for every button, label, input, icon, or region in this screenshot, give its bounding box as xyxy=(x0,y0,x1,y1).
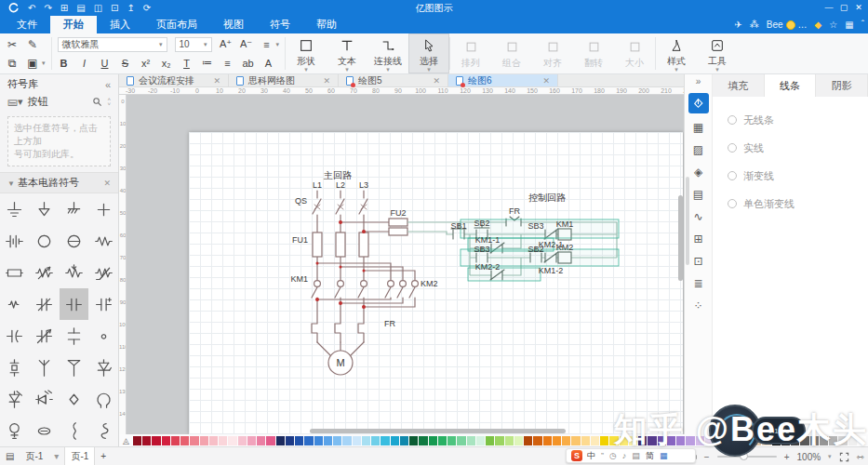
fill-style-icon[interactable] xyxy=(688,93,709,113)
ime-item-6[interactable]: ▦ xyxy=(660,451,668,460)
color-swatch-74[interactable] xyxy=(838,436,847,445)
symbol-feedthrough-capacitor[interactable] xyxy=(60,320,89,352)
close-tab-icon[interactable]: ✕ xyxy=(542,76,550,86)
color-swatch-48[interactable] xyxy=(591,436,599,445)
symbol-potentiometer[interactable] xyxy=(60,257,89,288)
color-swatch-24[interactable] xyxy=(362,436,370,445)
expand-panel-icon[interactable]: » xyxy=(696,76,701,91)
color-swatch-6[interactable] xyxy=(190,436,198,445)
color-swatch-58[interactable] xyxy=(686,436,694,445)
color-swatch-76[interactable] xyxy=(858,436,866,445)
symbol-crossed-circle[interactable] xyxy=(60,225,89,257)
zoom-in-button[interactable]: + xyxy=(784,452,790,462)
symbol-cross[interactable] xyxy=(88,193,118,225)
ime-item-4[interactable]: ▤ xyxy=(632,451,640,460)
color-swatch-71[interactable] xyxy=(810,436,819,445)
line-option-3[interactable]: 单色渐变线 xyxy=(728,190,868,218)
symbol-resistor[interactable] xyxy=(88,225,118,257)
doc-tab-3[interactable]: 绘图6✕ xyxy=(448,74,558,86)
collapse-ribbon-icon[interactable]: ˆ xyxy=(861,20,864,30)
doc-tab-0[interactable]: 会议流程安排✕ xyxy=(119,74,229,86)
panel-scrollbar[interactable] xyxy=(686,177,689,265)
color-swatch-2[interactable] xyxy=(152,436,160,445)
clip-icon[interactable]: ⊡ xyxy=(688,251,709,272)
color-swatch-11[interactable] xyxy=(238,436,247,445)
color-swatch-73[interactable] xyxy=(829,436,837,445)
section-close-icon[interactable]: ✕ xyxy=(103,179,111,188)
radio-icon[interactable] xyxy=(728,115,737,125)
maximize-button[interactable]: ▢ xyxy=(836,0,851,15)
color-swatch-37[interactable] xyxy=(486,436,494,445)
bullet-list-button[interactable]: ≔ xyxy=(201,57,214,69)
fit-width-icon[interactable]: ⇿ xyxy=(857,452,864,462)
color-swatch-9[interactable] xyxy=(219,436,227,445)
color-swatch-28[interactable] xyxy=(400,436,408,445)
text-style-button[interactable]: T xyxy=(180,58,194,69)
symbol-meter[interactable] xyxy=(0,415,30,446)
color-swatch-75[interactable] xyxy=(848,436,857,445)
color-swatch-23[interactable] xyxy=(353,436,361,445)
color-swatch-72[interactable] xyxy=(820,436,828,445)
symbol-oval[interactable] xyxy=(30,415,60,446)
color-swatch-41[interactable] xyxy=(524,436,532,445)
share-icon[interactable]: ⁂ xyxy=(750,20,759,30)
close-button[interactable]: ✕ xyxy=(851,0,866,15)
page-menu-caret-icon[interactable]: ▾ xyxy=(48,447,64,465)
panel-tab-2[interactable]: 阴影 xyxy=(816,74,868,97)
symbol-s-curve[interactable] xyxy=(60,415,89,446)
symbol-signal-ground[interactable] xyxy=(30,193,60,225)
increase-font-button[interactable]: A⁺ xyxy=(220,38,233,50)
color-swatch-16[interactable] xyxy=(286,436,294,445)
symbol-earth-ground[interactable] xyxy=(0,193,30,225)
italic-button[interactable]: I xyxy=(78,58,91,69)
symbol-crystal[interactable] xyxy=(0,352,30,383)
ime-item-0[interactable]: 中 xyxy=(587,450,595,462)
line-option-1[interactable]: 实线 xyxy=(728,134,868,162)
line-option-2[interactable]: 渐变线 xyxy=(728,162,868,190)
chart-icon[interactable]: ∿ xyxy=(688,206,709,227)
color-swatch-22[interactable] xyxy=(342,436,351,445)
apps-icon[interactable]: ▦ xyxy=(688,117,709,138)
zoom-slider[interactable] xyxy=(717,456,777,458)
symbol-variable-resistor[interactable] xyxy=(30,257,60,288)
color-swatch-27[interactable] xyxy=(391,436,399,445)
symbol-resistor-small[interactable] xyxy=(0,288,30,320)
page-list-icon[interactable]: ▤ xyxy=(0,447,20,465)
menu-1[interactable]: 开始 xyxy=(50,16,97,33)
circuit-diagram[interactable]: 主回路 控制回路 L1 L2 L3 QS FU1 FU2 KM1 KM2 FR … xyxy=(119,95,684,434)
page-tab[interactable]: 页-1 xyxy=(64,447,95,465)
quickbar-icon-4[interactable]: ◫ xyxy=(94,3,102,13)
color-swatch-7[interactable] xyxy=(200,436,208,445)
strikethrough-button[interactable]: S xyxy=(119,58,132,69)
radio-icon[interactable] xyxy=(728,143,737,153)
superscript-button[interactable]: x² xyxy=(140,58,153,69)
color-swatch-13[interactable] xyxy=(257,436,265,445)
search-icon[interactable] xyxy=(92,97,102,107)
drawing-canvas[interactable]: 0102030405060708090100110120130140 xyxy=(119,95,684,434)
symbol-capacitor-curved[interactable] xyxy=(0,320,30,352)
ime-item-1[interactable]: ” xyxy=(601,451,604,460)
quickbar-icon-1[interactable]: ↷ xyxy=(44,3,51,13)
doc-tab-1[interactable]: 思科网络图✕ xyxy=(229,74,339,86)
bold-button[interactable]: B xyxy=(58,58,71,69)
apps-grid-icon[interactable]: ▦ xyxy=(845,20,853,30)
color-swatch-59[interactable] xyxy=(696,436,704,445)
input-method-bar[interactable]: S 中”◷♪▤简▦ xyxy=(566,448,696,463)
symbol-variable-capacitor[interactable] xyxy=(30,320,60,352)
font-family-select[interactable]: 微软雅黑▾ xyxy=(58,37,167,52)
format-painter-button[interactable]: ✎ xyxy=(26,38,39,51)
quickbar-icon-7[interactable]: ⟳ xyxy=(143,3,151,13)
color-swatch-15[interactable] xyxy=(276,436,285,445)
char-spacing-button[interactable]: ab xyxy=(242,58,255,69)
paste-caret-icon[interactable]: ▾ xyxy=(42,60,46,67)
radio-icon[interactable] xyxy=(728,171,737,180)
paste-button[interactable]: ▣ xyxy=(26,57,39,70)
color-swatch-8[interactable] xyxy=(209,436,218,445)
ime-item-3[interactable]: ♪ xyxy=(622,451,627,460)
library-nav-arrows[interactable]: ˄˅ xyxy=(107,98,111,107)
symbol-junction-dot[interactable] xyxy=(88,320,118,352)
decrease-font-button[interactable]: A⁻ xyxy=(240,38,253,50)
color-swatch-49[interactable] xyxy=(600,436,608,445)
tool-shape[interactable]: 形状▾ xyxy=(286,33,327,73)
close-tab-icon[interactable]: ✕ xyxy=(213,76,220,86)
